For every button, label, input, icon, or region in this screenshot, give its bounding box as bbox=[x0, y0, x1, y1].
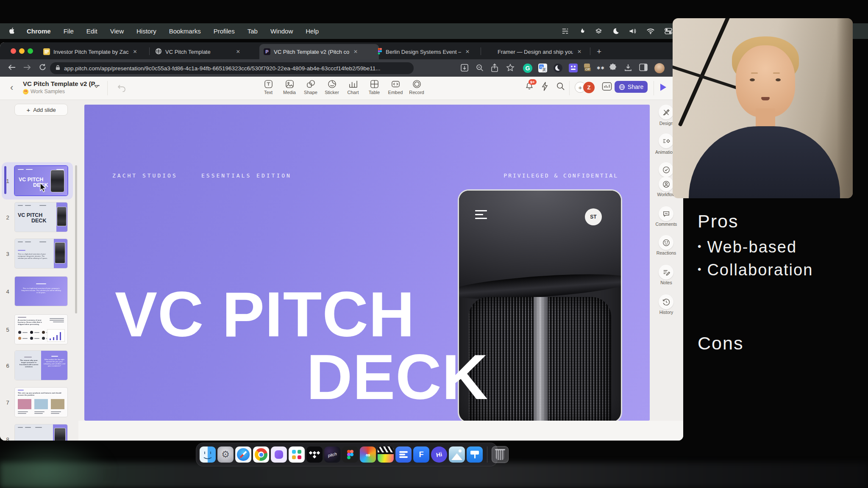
dock-chrome-icon[interactable] bbox=[253, 446, 269, 463]
workspace-row[interactable]: ♥♥ Work Samples bbox=[23, 89, 65, 94]
slide-edition[interactable]: ESSENTIALS EDITION bbox=[201, 172, 292, 179]
tab-investor-pitch[interactable]: Investor Pitch Template by Zac ✕ bbox=[39, 44, 154, 59]
slide-confidential[interactable]: PRIVILEGED & CONFIDENTIAL bbox=[504, 172, 618, 179]
off-extension-icon[interactable]: Off bbox=[583, 64, 593, 73]
tab-close-icon[interactable]: ✕ bbox=[133, 49, 137, 55]
back-icon[interactable] bbox=[8, 64, 16, 72]
add-slide-button[interactable]: + Add slide bbox=[14, 104, 68, 116]
bookmark-star-icon[interactable] bbox=[506, 64, 515, 72]
reload-icon[interactable] bbox=[39, 64, 46, 72]
slide-thumbnail-7[interactable]: This sets up your products and features … bbox=[15, 388, 67, 417]
minimize-window-button[interactable] bbox=[19, 48, 25, 54]
zoom-window-button[interactable] bbox=[28, 48, 33, 54]
dock-tidal-icon[interactable] bbox=[306, 446, 323, 463]
menu-help[interactable]: Help bbox=[306, 28, 319, 35]
dock-figma-icon[interactable] bbox=[342, 446, 358, 463]
notes-label[interactable]: Notes bbox=[648, 280, 683, 285]
tool-embed[interactable]: Embed bbox=[386, 79, 405, 95]
slide-thumbnail-4[interactable]: This is a high-level overview of your co… bbox=[15, 277, 67, 306]
tool-media[interactable]: Media bbox=[280, 79, 299, 95]
address-bar[interactable]: app.pitch.com/app/presentation/9c0c55a3-… bbox=[50, 62, 414, 74]
asterisk-extension-icon[interactable]: ✱✱ bbox=[597, 66, 606, 75]
tool-record[interactable]: Record bbox=[407, 79, 426, 95]
forward-icon[interactable] bbox=[23, 64, 31, 72]
design-icon[interactable] bbox=[659, 105, 673, 119]
user-avatar[interactable]: Z bbox=[582, 81, 595, 94]
history-label[interactable]: History bbox=[648, 310, 683, 315]
menu-file[interactable]: File bbox=[64, 28, 74, 35]
tab-close-icon[interactable]: ✕ bbox=[236, 49, 240, 55]
menu-tab[interactable]: Tab bbox=[248, 28, 258, 35]
tab-close-icon[interactable]: ✕ bbox=[353, 49, 358, 55]
present-play-icon[interactable] bbox=[659, 83, 667, 93]
reactions-icon[interactable] bbox=[659, 235, 673, 250]
history-icon[interactable] bbox=[659, 294, 673, 309]
tool-sticker[interactable]: Sticker bbox=[322, 79, 342, 95]
share-icon[interactable] bbox=[491, 64, 500, 72]
tool-chart[interactable]: Chart bbox=[343, 79, 363, 95]
status-do-not-disturb-icon[interactable] bbox=[612, 28, 619, 34]
title-caret-icon[interactable] bbox=[94, 82, 99, 90]
status-list-icon[interactable] bbox=[562, 28, 569, 34]
tab-vc-pitch-v2-active[interactable]: P VC Pitch Template v2 (Pitch co ✕ bbox=[259, 44, 379, 59]
tool-text[interactable]: Text bbox=[259, 79, 278, 95]
tab-framer[interactable]: Framer — Design and ship your ✕ bbox=[483, 44, 597, 59]
dock-final-cut-icon[interactable] bbox=[378, 446, 394, 463]
new-tab-button[interactable]: + bbox=[593, 44, 614, 59]
menu-chrome[interactable]: Chrome bbox=[27, 28, 51, 35]
menu-edit[interactable]: Edit bbox=[86, 28, 97, 35]
dock-trash-icon[interactable] bbox=[492, 446, 509, 463]
side-panel-icon[interactable] bbox=[639, 64, 648, 72]
comments-icon[interactable] bbox=[659, 206, 673, 221]
animations-icon[interactable] bbox=[659, 133, 673, 148]
tab-close-icon[interactable]: ✕ bbox=[577, 49, 581, 55]
status-wifi-icon[interactable] bbox=[647, 28, 654, 34]
status-control-center-icon[interactable] bbox=[665, 28, 672, 34]
slide-thumbnail-5[interactable]: A succinct summary of your business. Den… bbox=[15, 315, 67, 344]
tool-table[interactable]: Table bbox=[364, 79, 384, 95]
tab-close-icon[interactable]: ✕ bbox=[465, 49, 470, 55]
dock-finder-icon[interactable] bbox=[200, 446, 216, 463]
share-button[interactable]: Share bbox=[615, 81, 648, 93]
menu-view[interactable]: View bbox=[110, 28, 124, 35]
dock-framer-icon[interactable]: F bbox=[413, 446, 429, 463]
profile-avatar[interactable] bbox=[654, 63, 665, 73]
notes-icon[interactable] bbox=[659, 265, 673, 280]
purple-extension-icon[interactable] bbox=[569, 64, 578, 72]
dock-adobe-cc-icon[interactable]: ∞ bbox=[360, 446, 376, 463]
menu-history[interactable]: History bbox=[136, 28, 156, 35]
tab-berlin-design[interactable]: Berlin Design Systems Event – ✕ bbox=[373, 44, 487, 59]
menu-profiles[interactable]: Profiles bbox=[214, 28, 235, 35]
tab-vc-pitch-template[interactable]: VC Pitch Template ✕ bbox=[151, 44, 265, 59]
slide-canvas[interactable]: ZACHT STUDIOS ESSENTIALS EDITION PRIVILE… bbox=[84, 105, 650, 421]
status-flame-icon[interactable] bbox=[579, 28, 585, 35]
analytics-icon[interactable] bbox=[602, 82, 612, 93]
install-app-icon[interactable] bbox=[460, 64, 469, 72]
search-icon[interactable] bbox=[556, 82, 565, 92]
status-volume-icon[interactable] bbox=[629, 28, 637, 34]
comments-label[interactable]: Comments bbox=[648, 222, 683, 227]
dock-pitch-icon[interactable]: pitch bbox=[324, 446, 340, 463]
slide-title-line1[interactable]: VC PITCH bbox=[115, 283, 415, 346]
extensions-puzzle-icon[interactable] bbox=[609, 64, 618, 72]
slide-thumbnail-6[interactable]: The reason why your target customer is f… bbox=[15, 351, 67, 380]
tool-shape[interactable]: Shape bbox=[301, 79, 320, 95]
dock-keynote-icon[interactable] bbox=[467, 446, 483, 463]
slide-thumbnail-3[interactable]: This is a high-level overview of your co… bbox=[15, 239, 67, 268]
sidebar-scrollbar[interactable] bbox=[75, 165, 77, 313]
reactions-label[interactable]: Reactions bbox=[648, 250, 683, 255]
dock-settings-icon[interactable]: ⚙ bbox=[217, 446, 234, 463]
slide-thumbnail-2[interactable]: VC PITCH DECK bbox=[15, 202, 67, 232]
menu-window[interactable]: Window bbox=[270, 28, 293, 35]
apple-logo-icon[interactable] bbox=[8, 27, 16, 36]
dock-writer-icon[interactable] bbox=[271, 446, 287, 463]
slide-brand[interactable]: ZACHT STUDIOS bbox=[112, 172, 178, 179]
dock-hi-icon[interactable]: Hi bbox=[431, 446, 447, 463]
dock-safari-icon[interactable] bbox=[235, 446, 251, 463]
approvals-icon[interactable] bbox=[659, 162, 673, 177]
dark-extension-icon[interactable] bbox=[554, 64, 562, 72]
assignments-icon[interactable] bbox=[659, 177, 673, 191]
slide-title-line2[interactable]: DECK bbox=[306, 345, 488, 409]
slide-thumbnail-8[interactable]: Describe how your product solves problem… bbox=[15, 424, 67, 441]
presentation-title[interactable]: VC Pitch Template v2 (P... bbox=[23, 80, 100, 87]
